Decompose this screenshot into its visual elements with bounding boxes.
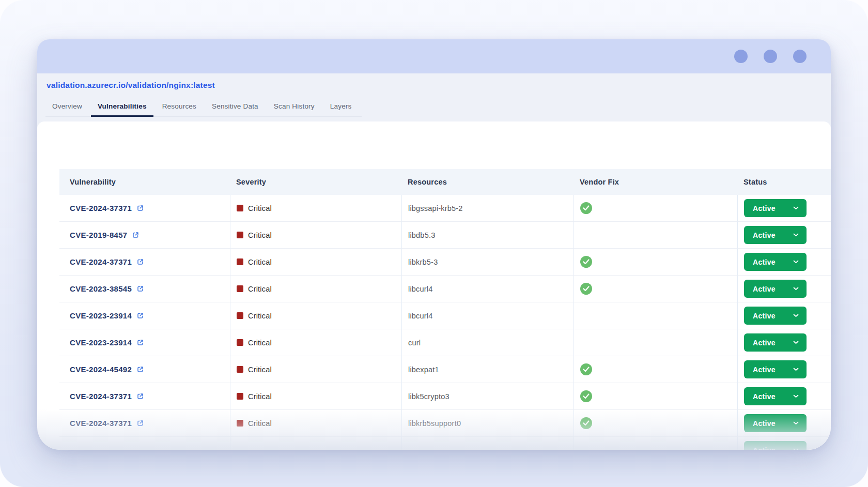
- severity-label: Critical: [248, 231, 272, 239]
- chevron-down-icon: [793, 368, 799, 371]
- severity-label: Critical: [248, 312, 272, 320]
- resource-cell: libkrb5support0: [401, 410, 574, 437]
- severity-label: Critical: [248, 366, 272, 374]
- critical-severity-icon: [237, 285, 243, 292]
- cve-link[interactable]: CVE-2019-8457: [70, 231, 140, 239]
- chevron-down-icon: [793, 394, 799, 398]
- cve-link[interactable]: CVE-2024-37371: [70, 204, 144, 212]
- resource-cell: libk5crypto3: [401, 383, 574, 410]
- tab-sensitive-data[interactable]: Sensitive Data: [205, 99, 265, 117]
- critical-severity-icon: [237, 312, 243, 319]
- tab-vulnerabilities[interactable]: Vulnerabilities: [91, 99, 153, 117]
- external-link-icon: [136, 285, 144, 293]
- severity-cell: Critical: [230, 356, 401, 383]
- vendor-fix-cell: [574, 222, 737, 249]
- vulnerability-cell: CVE-2023-38545: [59, 276, 230, 302]
- external-link-icon: [136, 339, 144, 346]
- tab-overview[interactable]: Overview: [45, 99, 89, 117]
- resource-name: libgssapi-krb5-2: [408, 204, 463, 212]
- resource-cell: [401, 437, 574, 450]
- status-label: Active: [753, 392, 776, 401]
- tab-resources[interactable]: Resources: [156, 99, 203, 117]
- cve-link[interactable]: CVE-2024-37371: [70, 257, 144, 266]
- status-label: Active: [753, 231, 776, 239]
- resource-name: curl: [408, 339, 421, 347]
- resource-name: libkrb5support0: [408, 419, 461, 428]
- external-link-icon: [132, 231, 140, 239]
- status-cell: Active: [737, 356, 831, 383]
- vulnerability-cell: CVE-2019-8457: [59, 222, 230, 249]
- status-dropdown-button[interactable]: Active: [744, 414, 807, 432]
- window-control-dot[interactable]: [793, 50, 807, 63]
- status-label: Active: [753, 312, 776, 320]
- check-circle-icon: [580, 202, 592, 214]
- cve-link[interactable]: CVE-2023-23914: [70, 311, 144, 320]
- status-cell: Active: [737, 410, 831, 437]
- resource-name: libcurl4: [408, 285, 433, 293]
- severity-cell: Critical: [230, 329, 401, 356]
- status-cell: Active: [737, 249, 831, 276]
- severity-label: Critical: [248, 204, 272, 212]
- status-dropdown-button[interactable]: Active: [744, 253, 807, 271]
- critical-severity-icon: [237, 366, 243, 373]
- cve-link[interactable]: CVE-2024-45492: [70, 365, 144, 374]
- cve-link[interactable]: CVE-2023-38545: [70, 284, 144, 293]
- severity-cell: Critical: [230, 249, 401, 276]
- status-label: Active: [753, 204, 776, 212]
- vulnerabilities-table: VulnerabilitySeverityResourcesVendor Fix…: [59, 169, 831, 450]
- status-cell: Active: [737, 383, 831, 410]
- resource-cell: libexpat1: [401, 356, 574, 383]
- window-control-dot[interactable]: [734, 50, 748, 63]
- window-titlebar: [37, 39, 831, 73]
- chevron-down-icon: [793, 206, 799, 210]
- resource-cell: libgssapi-krb5-2: [401, 195, 574, 222]
- status-dropdown-button[interactable]: Active: [744, 387, 807, 405]
- cve-link[interactable]: CVE-2024-37371: [70, 419, 144, 428]
- status-dropdown-button[interactable]: Active: [744, 360, 807, 378]
- status-dropdown-button[interactable]: Active: [744, 280, 807, 298]
- column-header-severity: Severity: [230, 169, 401, 195]
- external-link-icon: [136, 204, 144, 212]
- vendor-fix-cell: [574, 302, 737, 329]
- check-circle-icon: [580, 363, 592, 375]
- cve-link[interactable]: CVE-2023-23914: [70, 338, 144, 347]
- status-dropdown-button[interactable]: Active: [744, 226, 807, 244]
- status-dropdown-button[interactable]: Active: [744, 307, 807, 325]
- tab-scan-history[interactable]: Scan History: [267, 99, 321, 117]
- cve-id: CVE-2024-37371: [70, 257, 132, 266]
- image-reference-link[interactable]: validation.azurecr.io/validation/nginx:l…: [47, 80, 831, 91]
- resource-cell: libcurl4: [401, 302, 574, 329]
- vulnerability-cell: [59, 437, 230, 450]
- tab-bar: OverviewVulnerabilitiesResourcesSensitiv…: [45, 99, 362, 117]
- cve-id: CVE-2024-37371: [70, 419, 132, 428]
- cve-id: CVE-2019-8457: [70, 231, 127, 239]
- status-dropdown-button[interactable]: Active: [744, 441, 807, 450]
- status-dropdown-button[interactable]: Active: [744, 333, 807, 352]
- severity-cell: Critical: [230, 195, 401, 222]
- severity-cell: Critical: [230, 222, 401, 249]
- cve-link[interactable]: CVE-2024-37371: [70, 392, 144, 401]
- vendor-fix-cell: [574, 356, 737, 383]
- column-header-vulnerability: Vulnerability: [59, 169, 230, 195]
- chevron-down-icon: [793, 314, 799, 317]
- critical-severity-icon: [237, 339, 243, 346]
- severity-label: Critical: [248, 339, 272, 347]
- critical-severity-icon: [237, 393, 243, 400]
- cve-id: CVE-2024-37371: [70, 392, 132, 401]
- status-cell: Active: [737, 302, 831, 329]
- check-circle-icon: [580, 390, 592, 402]
- cve-id: CVE-2023-38545: [70, 284, 132, 293]
- status-dropdown-button[interactable]: Active: [744, 199, 807, 217]
- vendor-fix-cell: [574, 410, 737, 437]
- external-link-icon: [136, 419, 144, 427]
- page-background: validation.azurecr.io/validation/nginx:l…: [0, 0, 868, 487]
- external-link-icon: [136, 392, 144, 400]
- external-link-icon: [136, 366, 144, 373]
- vendor-fix-cell: [574, 437, 737, 450]
- check-circle-icon: [580, 256, 592, 268]
- tab-layers[interactable]: Layers: [323, 99, 359, 117]
- window-control-dot[interactable]: [764, 50, 777, 63]
- check-circle-icon: [580, 283, 592, 295]
- external-link-icon: [136, 312, 144, 319]
- external-link-icon: [136, 258, 144, 266]
